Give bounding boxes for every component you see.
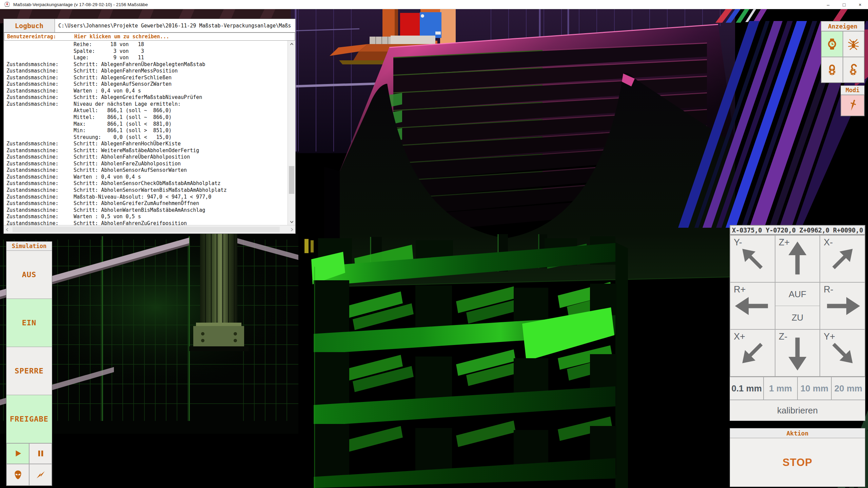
alien-button[interactable] (6, 464, 29, 486)
log-line-source (6, 48, 74, 55)
log-line-text: Schritt: AblegenAufSensorZWarten (74, 81, 172, 88)
anzeigen-panel: Anzeigen (821, 21, 865, 83)
lock-closed-toggle-button[interactable] (821, 57, 843, 83)
scrollbar-thumb[interactable] (289, 166, 294, 194)
gripper-close-button[interactable]: ZU (775, 306, 820, 329)
log-line-text: Spalte: 3 von 3 (74, 48, 144, 55)
jog-r-plus-button[interactable]: R+ (730, 282, 775, 329)
jog-panel: X-0375,0 Y-0720,0 Z+0962,0 R+0090,0 Y-Z+… (730, 225, 865, 421)
minimize-button[interactable]: – (820, 0, 836, 9)
step-1mm-button[interactable]: 1 mm (764, 377, 797, 400)
step-20mm-button[interactable]: 20 mm (831, 377, 865, 400)
step-0-1mm-button[interactable]: 0.1 mm (730, 377, 764, 400)
ein-button[interactable]: EIN (6, 299, 52, 347)
mode-manual-button[interactable] (841, 95, 864, 116)
freigabe-button[interactable]: FREIGABE (6, 395, 52, 443)
play-button[interactable] (6, 443, 29, 464)
log-line-source: Zustandsmaschine: (6, 75, 74, 81)
log-line: Zustandsmaschine:Niveau der nächsten Lag… (6, 101, 288, 108)
step-10mm-button[interactable]: 10 mm (797, 377, 831, 400)
log-line-text: Lage: 9 von 11 (74, 55, 144, 61)
lightning-button[interactable] (29, 464, 52, 486)
gripper-open-button[interactable]: AUF (775, 283, 820, 306)
jog-z-plus-button[interactable]: Z+ (775, 235, 820, 282)
jog-r-minus-button[interactable]: R- (820, 282, 865, 329)
log-line: Max: 866,1 (soll < 881,0) (6, 121, 288, 128)
logbuch-button[interactable]: Logbuch (4, 19, 55, 32)
log-vertical-scrollbar[interactable] (288, 41, 295, 225)
log-horizontal-scrollbar[interactable] (4, 225, 295, 233)
sperre-button[interactable]: SPERRE (6, 347, 52, 395)
log-line-text: Schritt: AbholenSensorWartenBisMaßstabAm… (74, 187, 227, 194)
app-icon (4, 1, 10, 7)
jog-y-minus-button[interactable]: Y- (730, 235, 775, 282)
log-line-text: Schritt: AbholenSensorAufSensorWarten (74, 167, 187, 174)
close-button[interactable]: × (852, 0, 868, 9)
log-line: Zustandsmaschine:Schritt: AbholenFahreÜb… (6, 154, 288, 161)
log-line: Zustandsmaschine:Schritt: AbholenFahrenZ… (6, 220, 288, 225)
log-line: Zustandsmaschine:Schritt: AbholenGreifer… (6, 200, 288, 207)
stop-button[interactable]: STOP (730, 438, 865, 487)
hscrollbar-thumb[interactable] (13, 227, 280, 232)
log-line-source: Zustandsmaschine: (6, 61, 74, 68)
jog-y-plus-button[interactable]: Y+ (820, 329, 865, 377)
log-line: Zustandsmaschine:Schritt: AblegenFahrenH… (6, 141, 288, 147)
arrow-up-left-icon (730, 236, 775, 282)
spider-toggle-button[interactable] (843, 31, 865, 57)
log-line-source (6, 55, 74, 61)
log-line-source: Zustandsmaschine: (6, 147, 74, 154)
aktion-panel: Aktion STOP (730, 428, 865, 487)
log-line: Zustandsmaschine:Warten : 0,5 von 0,5 s (6, 214, 288, 220)
alien-icon (13, 470, 23, 480)
arrow-right-icon (820, 283, 865, 329)
gripper-cell: AUFZU (775, 282, 820, 329)
log-line-source: Zustandsmaschine: (6, 88, 74, 95)
jog-x-minus-button[interactable]: X- (820, 235, 865, 282)
log-line-source: Zustandsmaschine: (6, 161, 74, 167)
scroll-left-icon[interactable] (5, 227, 9, 232)
pause-button[interactable] (29, 443, 52, 464)
jog-x-plus-button[interactable]: X+ (730, 329, 775, 377)
log-line-text: Schritt: AblegenFahrenHochÜberKiste (74, 141, 181, 147)
coordinate-display: X-0375,0 Y-0720,0 Z+0962,0 R+0090,0 (730, 225, 865, 235)
scroll-up-icon[interactable] (288, 41, 295, 47)
pause-icon (36, 449, 45, 458)
user-entry-row[interactable]: Benutzereintrag: Hier klicken um zu schr… (4, 33, 295, 41)
lock-open-toggle-button[interactable] (843, 57, 865, 83)
aus-button[interactable]: AUS (6, 251, 52, 299)
log-line-text: Max: 866,1 (soll < 881,0) (74, 121, 172, 128)
user-entry-label: Benutzereintrag: (4, 34, 74, 40)
arrow-down-right-icon (820, 330, 865, 376)
log-line: Zustandsmaschine:Schritt: WeitereMaßstäb… (6, 147, 288, 154)
log-line-text: Warten : 0,5 von 0,5 s (74, 214, 141, 220)
log-line: Zustandsmaschine:Schritt: AblegenFahrenM… (6, 68, 288, 75)
title-bar: Maßstab-Verpackungsanlage (v 17-08-29 02… (0, 0, 868, 9)
user-entry-input[interactable]: Hier klicken um zu schreiben... (74, 34, 169, 40)
scroll-right-icon[interactable] (290, 227, 294, 232)
lock-closed-icon (826, 64, 838, 76)
log-line-source: Zustandsmaschine: (6, 180, 74, 187)
calibrate-button[interactable]: kalibrieren (730, 400, 865, 421)
watch-toggle-button[interactable] (821, 31, 843, 57)
log-line-source: Zustandsmaschine: (6, 174, 74, 181)
log-line-text: Schritt: AbholenGreiferZumAufnehmenÖffne… (74, 200, 199, 207)
scroll-down-icon[interactable] (288, 218, 295, 225)
log-line-source: Zustandsmaschine: (6, 200, 74, 207)
log-line-source: Zustandsmaschine: (6, 141, 74, 147)
log-line: Mittel: 866,1 (soll ~ 866,0) (6, 114, 288, 121)
watch-icon (826, 38, 838, 50)
log-line: Spalte: 3 von 3 (6, 48, 288, 55)
logbook-path: C:\Users\Johannes\Projekte Gewerbe\2016-… (55, 19, 295, 32)
aktion-header: Aktion (730, 428, 865, 438)
jog-z-minus-button[interactable]: Z- (775, 329, 820, 377)
log-line-text: Schritt: AbholenFahrenZuGreifposition (74, 220, 187, 225)
log-output: Reihe: 18 von 18Spalte: 3 von 3Lage: 9 v… (4, 41, 288, 225)
log-line: Zustandsmaschine:Schritt: AbholenSensorW… (6, 187, 288, 194)
log-line-source: Zustandsmaschine: (6, 187, 74, 194)
log-line-text: Min: 866,1 (soll > 851,0) (74, 127, 172, 134)
simulation-header: Simulation (6, 242, 52, 251)
log-line-text: Schritt: AbholenWartenBisMaßstäbeAmAnsch… (74, 207, 205, 214)
log-line: Reihe: 18 von 18 (6, 41, 288, 48)
maximize-button[interactable]: □ (836, 0, 852, 9)
log-line-source (6, 41, 74, 48)
